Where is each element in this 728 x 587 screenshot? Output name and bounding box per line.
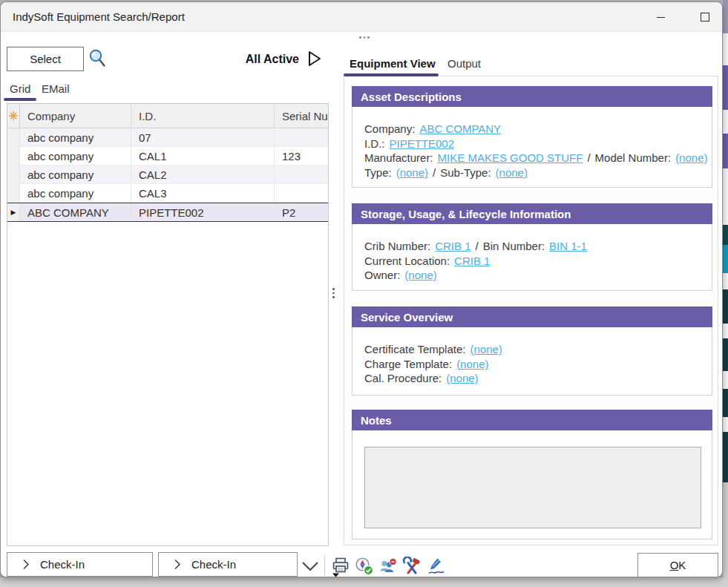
cell-id: PIPETTE002 [131, 203, 275, 221]
section-asset-descriptions: Asset Descriptions Company:ABC COMPANY I… [352, 86, 712, 188]
background-window-bottom [0, 577, 728, 587]
signature-icon[interactable] [427, 557, 446, 576]
cell-id: CAL3 [131, 184, 275, 202]
cell-id: CAL2 [131, 165, 275, 183]
check-in-button-2[interactable]: Check-In [158, 552, 298, 577]
filter-label: All Active [216, 53, 299, 66]
table-row[interactable]: abc company CAL2 [7, 165, 329, 184]
type-link[interactable]: (none) [396, 166, 428, 179]
company-link[interactable]: ABC COMPANY [419, 122, 501, 135]
field-label: I.D.: [364, 137, 385, 150]
section-header: Storage, Usage, & Lifecycle Information [352, 203, 712, 224]
model-number-link[interactable]: (none) [675, 151, 707, 164]
new-row-header[interactable] [7, 104, 20, 128]
table-row[interactable]: abc company 07 [7, 128, 329, 147]
cal-procedure-link[interactable]: (none) [446, 372, 478, 384]
field-label: Owner: [364, 269, 400, 281]
window-title: IndySoft Equipment Search/Report [13, 10, 185, 23]
table-row[interactable]: abc company CAL1 123 [7, 147, 329, 165]
charge-template-link[interactable]: (none) [456, 358, 488, 370]
search-icon[interactable] [88, 48, 108, 73]
column-header-serial[interactable]: Serial Num [275, 104, 329, 128]
column-header-company[interactable]: Company [20, 104, 131, 128]
section-notes: Notes [352, 410, 712, 540]
minimize-icon [657, 17, 665, 18]
run-search-icon[interactable] [306, 50, 323, 70]
users-badge-icon[interactable] [378, 557, 397, 576]
select-button[interactable]: Select [7, 47, 84, 71]
separator: / [433, 166, 436, 179]
equipment-view-panel: Asset Descriptions Company:ABC COMPANY I… [344, 76, 718, 545]
cell-serial [275, 128, 329, 146]
current-location-link[interactable]: CRIB 1 [454, 255, 490, 267]
compass-verified-icon[interactable] [355, 557, 374, 576]
tab-equipment-view[interactable]: Equipment View [350, 57, 436, 70]
field-label: Company: [364, 122, 415, 135]
ok-button[interactable]: OK [637, 553, 718, 577]
cell-company: ABC COMPANY [20, 203, 131, 221]
chevron-down-icon[interactable] [301, 561, 320, 575]
field-label: Type: [364, 166, 392, 179]
field-label: Crib Number: [364, 240, 430, 252]
cell-serial: P2 [275, 203, 329, 221]
cell-serial [275, 184, 329, 202]
tab-output[interactable]: Output [447, 57, 481, 70]
crib-number-link[interactable]: CRIB 1 [435, 240, 470, 252]
column-header-id[interactable]: I.D. [131, 104, 275, 128]
cell-id: 07 [131, 128, 275, 146]
field-label: Current Location: [364, 255, 450, 267]
subtype-link[interactable]: (none) [496, 166, 528, 179]
check-in-button-1[interactable]: Check-In [7, 552, 153, 577]
active-tab-indicator [4, 98, 36, 101]
tab-grid[interactable]: Grid [10, 82, 30, 95]
manufacturer-link[interactable]: MIKE MAKES GOOD STUFF [438, 151, 583, 164]
cell-id: CAL1 [131, 147, 275, 165]
tools-icon[interactable] [402, 557, 422, 576]
chevron-right-icon [174, 559, 181, 570]
field-label: Charge Template: [364, 358, 452, 370]
field-label: Model Number: [595, 151, 672, 164]
tab-email[interactable]: EMail [42, 82, 70, 95]
maximize-icon [701, 13, 709, 22]
cell-company: abc company [20, 165, 131, 183]
equipment-search-report-window: IndySoft Equipment Search/Report Select … [0, 1, 723, 577]
owner-link[interactable]: (none) [404, 269, 436, 281]
horizontal-splitter-handle[interactable] [359, 36, 370, 39]
minimize-button[interactable] [644, 2, 677, 32]
cell-company: abc company [20, 147, 131, 165]
notes-textarea [364, 447, 701, 528]
cell-serial [275, 165, 329, 183]
cell-serial: 123 [275, 147, 329, 165]
cell-company: abc company [20, 128, 131, 146]
current-row-marker-icon: ▶ [11, 209, 16, 216]
id-link[interactable]: PIPETTE002 [390, 137, 455, 150]
equipment-grid: Company I.D. Serial Num abc company 07 a… [7, 103, 329, 546]
grid-header-row: Company I.D. Serial Num [7, 104, 329, 128]
asterisk-icon [9, 111, 18, 120]
separator: / [587, 151, 590, 164]
section-header: Asset Descriptions [352, 86, 712, 107]
field-label: Sub-Type: [440, 166, 491, 179]
table-row-selected[interactable]: ▶ ABC COMPANY PIPETTE002 P2 [7, 203, 329, 222]
table-row[interactable]: abc company CAL3 [7, 184, 329, 203]
cell-company: abc company [20, 184, 131, 202]
field-label: Cal. Procedure: [364, 372, 442, 384]
field-label: Bin Number: [483, 240, 545, 252]
certificate-template-link[interactable]: (none) [470, 343, 502, 355]
field-label: Manufacturer: [364, 151, 433, 164]
vertical-splitter-handle[interactable] [332, 288, 335, 298]
section-header: Service Overview [352, 306, 712, 327]
titlebar: IndySoft Equipment Search/Report [1, 2, 722, 32]
print-icon[interactable] [331, 557, 350, 576]
section-storage-usage-lifecycle: Storage, Usage, & Lifecycle Information … [352, 203, 712, 291]
chevron-right-icon [22, 559, 30, 570]
maximize-button[interactable] [689, 2, 721, 32]
section-service-overview: Service Overview Certificate Template:(n… [352, 306, 712, 396]
toolbar-divider [324, 556, 325, 575]
background-window-edge [723, 0, 728, 587]
section-header: Notes [352, 410, 712, 430]
separator: / [476, 240, 479, 252]
field-label: Certificate Template: [364, 343, 465, 355]
bin-number-link[interactable]: BIN 1-1 [549, 240, 587, 252]
